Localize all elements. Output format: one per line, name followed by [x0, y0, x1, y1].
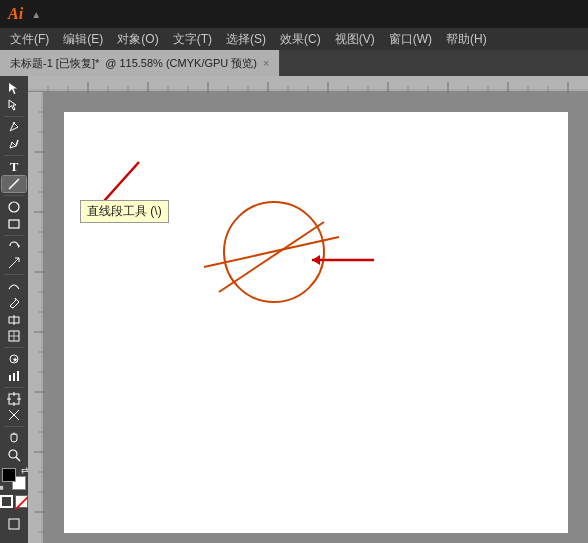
mesh-tool[interactable]: [2, 328, 26, 344]
tool-separator-2: [4, 155, 24, 156]
svg-rect-17: [13, 373, 15, 381]
bar-chart-tool[interactable]: [2, 368, 26, 384]
svg-point-24: [9, 450, 17, 458]
tab-close-button[interactable]: ×: [263, 57, 269, 69]
svg-rect-4: [9, 220, 19, 228]
change-screen-mode[interactable]: [2, 513, 26, 535]
svg-rect-18: [17, 371, 19, 381]
svg-text:★: ★: [12, 356, 18, 363]
arrow-annotation-2: [312, 255, 374, 265]
document-tab[interactable]: 未标题-1 [已恢复]* @ 115.58% (CMYK/GPU 预览) ×: [0, 50, 280, 76]
type-tool[interactable]: T: [2, 159, 26, 175]
svg-point-0: [13, 122, 15, 124]
menu-bar: 文件(F) 编辑(E) 对象(O) 文字(T) 选择(S) 效果(C) 视图(V…: [0, 28, 588, 50]
svg-line-2: [9, 179, 19, 189]
tool-separator-1: [4, 116, 24, 117]
arrow-annotation-1: [92, 162, 139, 210]
menu-file[interactable]: 文件(F): [4, 29, 55, 50]
tab-info: @ 115.58% (CMYK/GPU 预览): [105, 56, 257, 71]
menu-help[interactable]: 帮助(H): [440, 29, 493, 50]
menu-edit[interactable]: 编辑(E): [57, 29, 109, 50]
reset-colors-icon[interactable]: ■: [0, 483, 4, 492]
ellipse-tool[interactable]: [2, 199, 26, 215]
rotate-tool[interactable]: [2, 238, 26, 254]
tool-separator-4: [4, 235, 24, 236]
stroke-button[interactable]: [0, 495, 13, 508]
drawing-layer: [44, 92, 588, 543]
tab-title: 未标题-1 [已恢复]*: [10, 56, 99, 71]
tool-separator-7: [4, 387, 24, 388]
top-menu-spacer: ▲: [31, 9, 41, 20]
menu-type[interactable]: 文字(T): [167, 29, 218, 50]
tab-bar: 未标题-1 [已恢复]* @ 115.58% (CMYK/GPU 预览) ×: [0, 50, 588, 76]
tool-separator-5: [4, 274, 24, 275]
svg-marker-87: [312, 255, 320, 265]
gradient-tool[interactable]: [2, 312, 26, 328]
foreground-color-swatch[interactable]: [2, 468, 16, 482]
app-logo: Ai: [8, 5, 23, 23]
pen-tool[interactable]: [2, 120, 26, 136]
horizontal-ruler: [28, 76, 588, 92]
svg-rect-27: [9, 519, 19, 529]
fg-bg-swatches[interactable]: ⇄ ■: [2, 468, 26, 490]
artboard-tool[interactable]: [2, 391, 26, 407]
menu-effect[interactable]: 效果(C): [274, 29, 327, 50]
main-layout: T: [0, 76, 588, 543]
direct-selection-tool[interactable]: [2, 97, 26, 113]
warp-tool[interactable]: [2, 278, 26, 294]
svg-line-84: [96, 162, 139, 210]
toolbar: T: [0, 76, 28, 543]
tool-separator-6: [4, 347, 24, 348]
menu-object[interactable]: 对象(O): [111, 29, 164, 50]
svg-marker-5: [18, 244, 20, 248]
menu-view[interactable]: 视图(V): [329, 29, 381, 50]
tool-separator-8: [4, 426, 24, 427]
svg-rect-16: [9, 375, 11, 381]
svg-line-6: [9, 258, 19, 268]
zoom-tool[interactable]: [2, 447, 26, 463]
menu-window[interactable]: 窗口(W): [383, 29, 438, 50]
vertical-ruler: [28, 92, 44, 543]
stroke-fill-row: [0, 495, 28, 508]
eyedropper-tool[interactable]: [2, 295, 26, 311]
none-button[interactable]: [15, 495, 28, 508]
title-bar: Ai ▲: [0, 0, 588, 28]
rectangle-tool[interactable]: [2, 216, 26, 232]
svg-line-83: [219, 222, 324, 292]
svg-point-3: [9, 202, 19, 212]
hand-tool[interactable]: [2, 430, 26, 446]
tool-separator-3: [4, 195, 24, 196]
svg-marker-85: [92, 200, 102, 210]
svg-line-25: [16, 457, 20, 461]
color-swatches: ⇄ ■: [0, 464, 30, 512]
symbol-tool[interactable]: ★: [2, 351, 26, 367]
scale-tool[interactable]: [2, 255, 26, 271]
menu-select[interactable]: 选择(S): [220, 29, 272, 50]
slice-tool[interactable]: [2, 408, 26, 424]
pencil-tool[interactable]: [2, 136, 26, 152]
svg-line-1: [16, 140, 18, 146]
line-segment-tool[interactable]: [2, 176, 26, 192]
canvas-area[interactable]: 直线段工具 (\): [44, 92, 588, 543]
selection-tool[interactable]: [2, 80, 26, 96]
